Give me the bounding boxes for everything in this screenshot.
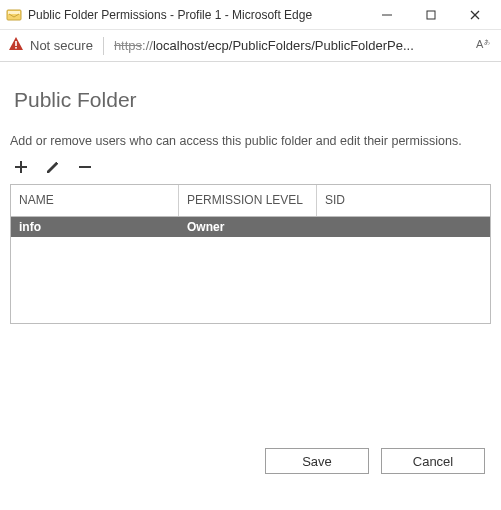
security-indicator[interactable]: Not secure <box>8 36 93 55</box>
address-bar: Not secure https://localhost/ecp/PublicF… <box>0 30 501 62</box>
url-path: localhost/ecp/PublicFolders/PublicFolder… <box>153 38 414 53</box>
column-header-permission[interactable]: PERMISSION LEVEL <box>179 185 317 216</box>
page-title: Public Folder <box>10 80 491 134</box>
dialog-buttons: Save Cancel <box>265 448 485 474</box>
edit-button[interactable] <box>44 158 62 176</box>
window-titlebar: Public Folder Permissions - Profile 1 - … <box>0 0 501 30</box>
minimize-button[interactable] <box>365 1 409 29</box>
cancel-button[interactable]: Cancel <box>381 448 485 474</box>
remove-button[interactable] <box>76 158 94 176</box>
svg-rect-7 <box>15 47 17 49</box>
favicon-icon <box>6 7 22 23</box>
url-scheme: https <box>114 38 142 53</box>
minus-icon <box>77 159 93 175</box>
cell-permission: Owner <box>179 220 317 234</box>
plus-icon <box>13 159 29 175</box>
svg-text:A: A <box>476 38 484 50</box>
maximize-button[interactable] <box>409 1 453 29</box>
cell-name: info <box>11 220 179 234</box>
window-title: Public Folder Permissions - Profile 1 - … <box>28 8 365 22</box>
permissions-grid: NAME PERMISSION LEVEL SID info Owner <box>10 184 491 324</box>
read-aloud-icon[interactable]: A あ <box>475 36 493 55</box>
address-divider <box>103 37 104 55</box>
svg-rect-6 <box>15 41 17 46</box>
url-display[interactable]: https://localhost/ecp/PublicFolders/Publ… <box>114 38 465 53</box>
grid-header: NAME PERMISSION LEVEL SID <box>11 185 490 217</box>
table-row[interactable]: info Owner <box>11 217 490 237</box>
column-header-name[interactable]: NAME <box>11 185 179 216</box>
svg-rect-1 <box>8 11 20 14</box>
url-separator: :// <box>142 38 153 53</box>
save-button[interactable]: Save <box>265 448 369 474</box>
svg-rect-3 <box>427 11 435 19</box>
not-secure-icon <box>8 36 24 55</box>
not-secure-label: Not secure <box>30 38 93 53</box>
intro-text: Add or remove users who can access this … <box>10 134 491 156</box>
grid-body: info Owner <box>11 217 490 323</box>
pencil-icon <box>45 159 61 175</box>
close-button[interactable] <box>453 1 497 29</box>
page-content: Public Folder Add or remove users who ca… <box>0 62 501 324</box>
window-controls <box>365 1 497 29</box>
svg-text:あ: あ <box>484 39 490 46</box>
column-header-sid[interactable]: SID <box>317 185 490 216</box>
toolbar <box>10 156 491 184</box>
add-button[interactable] <box>12 158 30 176</box>
